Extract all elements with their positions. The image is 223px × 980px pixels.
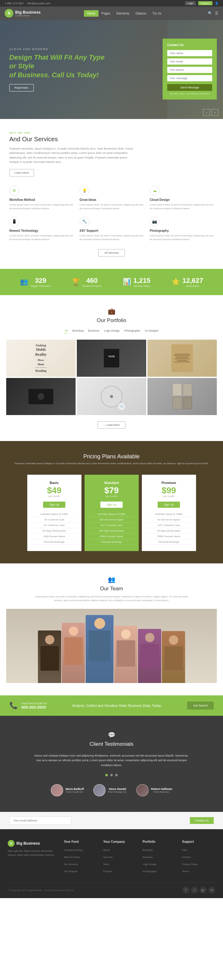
test-author-3: Robert Halfwain From East Inc. (136, 784, 173, 796)
nav-item-pages[interactable]: Pages (98, 10, 113, 17)
social-linkedin[interactable]: in (209, 887, 215, 894)
filter-business[interactable]: Business (88, 328, 99, 334)
login-btn[interactable]: Login (185, 1, 196, 5)
footer-col-company-title: Your Company (103, 840, 136, 843)
footer-link-1-0[interactable]: About (103, 849, 110, 851)
learn-more-btn[interactable]: Learn More (9, 169, 34, 177)
footer-top: B Big Business Nam eget dui. Etiam rhonc… (8, 840, 215, 875)
filter-all[interactable]: All (64, 328, 67, 334)
test-dot-3[interactable] (115, 774, 118, 776)
footer-col-feed-title: Your Feed (64, 840, 97, 843)
filter-ui[interactable]: UI Designs (145, 328, 159, 334)
footer-link-3-3[interactable]: Terms (182, 870, 189, 873)
all-services-btn[interactable]: All Services (98, 249, 125, 256)
workflow-icon: ⚙ (9, 186, 19, 196)
cta-phone-icon: 📞 (9, 702, 18, 710)
plan-feature-basic-0: Unlimited Space & Traffic (32, 511, 77, 517)
filter-branding[interactable]: Branding (72, 328, 83, 334)
plan-price-premium: $99 (146, 486, 191, 495)
contact-email-input[interactable] (167, 59, 212, 65)
portfolio-item-1[interactable]: Nothing Molds Reality More than Reading (6, 340, 75, 377)
footer-link-2-2[interactable]: Logo Design (143, 863, 156, 865)
footer-link-3-1[interactable]: Contact (182, 856, 191, 859)
portfolio-section: 💼 Our Portfolio All Branding Business Lo… (0, 295, 223, 441)
portfolio-grid-row1: Nothing Molds Reality More than Reading … (6, 340, 217, 377)
next-arrow[interactable]: › (212, 109, 218, 116)
contact-submit-btn[interactable]: Send Message (167, 84, 212, 91)
ideas-icon: 💡 (80, 186, 90, 196)
portfolio-item-6[interactable] (148, 378, 217, 415)
contact-message-input[interactable] (167, 75, 212, 81)
services-desc: Praesent venenatis, ipsum tristique in. … (9, 146, 133, 164)
contact-name-input[interactable] (167, 50, 212, 56)
cta-phone-number: 800.000.0000 (21, 705, 47, 710)
nav-item-home[interactable]: Home (84, 10, 98, 17)
stat-projects: 🏆 460 Finished Projects (72, 277, 101, 287)
footer-logo: B Big Business (8, 840, 58, 847)
plan-feature-std-5: Personal Bookings (89, 539, 134, 545)
avatar-1 (51, 784, 63, 796)
footer-col-portfolio: Portfolio Branding Business Logo Design … (143, 840, 176, 875)
portfolio-item-2[interactable]: TOTE (77, 340, 146, 377)
social-google[interactable]: g+ (200, 887, 207, 894)
nav-item-try[interactable]: Try Us (149, 10, 164, 17)
plan-feature-prem-4: FREE Domain Name (146, 534, 191, 539)
load-more-btn[interactable]: ↓ Load More (98, 421, 126, 429)
logo-tagline: Creative Studio (15, 14, 40, 17)
plan-signup-basic[interactable]: Sign Up (43, 501, 65, 508)
pricing-card-basic: Basic $49 per month Sign Up Unlimited Sp… (27, 475, 82, 551)
phone-text: 1 888 123 4567 (5, 2, 24, 5)
newsletter-email-input[interactable] (9, 816, 71, 824)
contact-strip-btn[interactable]: Contact Us (190, 817, 214, 824)
footer-logo-icon: B (8, 840, 14, 847)
footer-link-2-0[interactable]: Branding (143, 849, 152, 851)
footer-copy: © Copyright 2014, BigBusiness - Premium … (8, 889, 74, 892)
footer-col-company: Your Company About Services Team Project… (103, 840, 136, 875)
social-facebook[interactable]: f (183, 887, 189, 894)
footer-link-3-0[interactable]: FAQ (182, 849, 187, 851)
social-twitter[interactable]: t (191, 887, 198, 894)
service-text-support: Lorem ipsum dolor sit amet consectetur a… (80, 234, 144, 241)
author-role-3: From East Inc. (151, 791, 173, 793)
stat-tables: 📊 1,215 Working Tables (123, 277, 151, 287)
portfolio-item-5[interactable]: 💿 (77, 378, 146, 415)
footer-link-0-3[interactable]: Our Projects (64, 870, 77, 873)
cta-get-started-btn[interactable]: Get Started (187, 702, 214, 710)
footer-link-3-2[interactable]: Privacy Policy (182, 863, 197, 865)
footer-link-1-3[interactable]: Projects (103, 870, 112, 873)
author-name-1: Maria Bailkoff (66, 788, 84, 791)
test-dot-1[interactable] (105, 774, 108, 776)
contact-phone-input[interactable] (167, 67, 212, 73)
plan-signup-premium[interactable]: Sign Up (158, 501, 180, 508)
footer-link-0-1[interactable]: Meet the Team (64, 856, 80, 859)
service-item-ideas: 💡 Great Ideas Lorem ipsum dolor sit amet… (80, 186, 144, 210)
hero-highlight-any: Any (74, 54, 87, 61)
portfolio-item-3[interactable] (148, 340, 217, 377)
team-icon: 👥 (6, 576, 217, 583)
plan-feature-prem-1: 40 GB Server Space (146, 517, 191, 523)
nav-menu: Home Pages Elements Options Try Us (84, 10, 164, 17)
nav-item-options[interactable]: Options (133, 10, 149, 17)
test-dot-2[interactable] (110, 774, 113, 776)
avatar-3 (136, 784, 149, 796)
register-btn[interactable]: Register (198, 1, 212, 5)
footer-link-0-0[interactable]: Company History (64, 849, 83, 851)
hero-title-end: Call Us Today! (50, 71, 99, 79)
portfolio-item-4[interactable] (6, 378, 75, 415)
filter-logo[interactable]: Logo Design (104, 328, 120, 334)
nav-item-elements[interactable]: Elements (113, 10, 133, 17)
author-role-2: From Design Inc. (108, 791, 127, 793)
footer-link-2-1[interactable]: Business (143, 856, 152, 859)
team-title: Our Team (6, 585, 217, 592)
menu-icon[interactable]: ☰ (215, 11, 218, 16)
footer-link-2-3[interactable]: Photography (143, 870, 156, 873)
footer-link-0-2[interactable]: Our Services (64, 863, 78, 865)
search-icon[interactable]: 🔍 (208, 11, 212, 16)
footer-col-support: Support FAQ Contact Privacy Policy Terms (182, 840, 215, 875)
prev-arrow[interactable]: ‹ (203, 109, 210, 116)
footer-link-1-1[interactable]: Services (103, 856, 113, 859)
filter-photo[interactable]: Photography (125, 328, 140, 334)
plan-signup-standard[interactable]: Sign Up (100, 501, 123, 508)
footer-link-1-2[interactable]: Team (103, 863, 109, 865)
hero-cta-btn[interactable]: Read More (9, 84, 34, 91)
